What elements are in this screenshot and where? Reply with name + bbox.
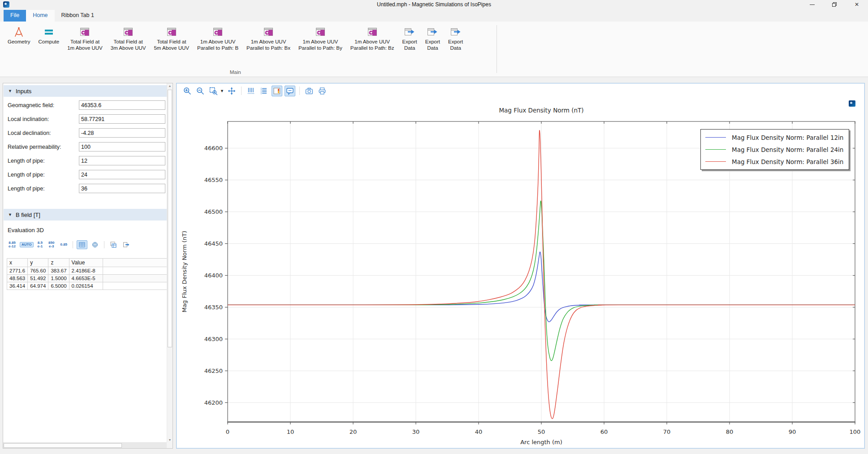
separator (241, 86, 242, 95)
column-header[interactable]: z (48, 259, 69, 267)
precision-auto-button[interactable]: AUTO (20, 242, 34, 247)
scrollbar-thumb[interactable] (4, 443, 122, 448)
y-axis-scale-button[interactable] (259, 86, 269, 96)
plot-canvas[interactable]: 0102030405060708090100462004625046300463… (177, 97, 864, 447)
field-row: Relative permeability: (3, 142, 167, 153)
ribbon-button-1m-above-uuv-parallel-to-path-b-5[interactable]: 1m Above UUV Parallel to Path: B (193, 25, 242, 51)
table-row[interactable]: 36.41464.9746.50000.026154 (7, 282, 168, 290)
export-table-button[interactable] (121, 240, 132, 249)
precision-full-button[interactable]: 8.85 e-12 (7, 240, 17, 249)
legend-toggle-button[interactable] (272, 86, 282, 96)
evaluation-toolbar: 8.85 e-12 AUTO 8.5 e-1 850 e-3 0.85 (7, 239, 132, 250)
export-icon (427, 26, 438, 38)
ribbon-tab-row: File Home Ribbon Tab 1 (0, 9, 868, 22)
print-button[interactable] (317, 86, 328, 96)
scroll-up-icon[interactable]: ▲ (167, 84, 173, 87)
settings-sidebar: ▼ Inputs Geomagnetic field:Local inclina… (3, 83, 173, 449)
tab-file[interactable]: File (4, 10, 26, 22)
ribbon-group-label: Main (4, 69, 467, 75)
chevron-down-icon[interactable]: ▼ (220, 89, 224, 93)
zoom-out-icon (196, 86, 205, 95)
relative-permeability-input-3[interactable] (79, 142, 165, 151)
tooltip-toggle-button[interactable] (285, 86, 295, 96)
bfield-section-header[interactable]: ▼ B field [T] (4, 209, 167, 221)
inputs-section-header[interactable]: ▼ Inputs (4, 85, 167, 97)
copy-to-table-button[interactable] (108, 240, 119, 249)
table-row[interactable]: 2771.6765.60383.672.4186E-8 (7, 267, 168, 275)
ribbon-button-export-data-9[interactable]: Export Data (398, 25, 421, 51)
column-header[interactable]: Value (69, 259, 103, 267)
graphics-window: ▼ (176, 83, 865, 449)
table-cell-empty (103, 275, 168, 282)
scrollbar-thumb[interactable] (168, 90, 172, 347)
field-row: Local inclination: (3, 114, 167, 125)
table-row[interactable]: 48.56351.4921.50004.6653E-5 (7, 275, 168, 282)
tab-home[interactable]: Home (26, 10, 54, 22)
precision-plain-button[interactable]: 0.85 (58, 242, 69, 247)
sphere-view-button[interactable] (90, 240, 100, 249)
image-snapshot-button[interactable] (304, 86, 315, 96)
table-view-button[interactable] (77, 240, 87, 249)
ribbon-group-separator (497, 25, 497, 73)
ribbon-button-1m-above-uuv-parallel-to-path-bx-6[interactable]: 1m Above UUV Parallel to Path: Bx (242, 25, 294, 51)
precision-eng-button[interactable]: 850 e-3 (47, 240, 56, 249)
ribbon-button-total-field-at-5m-above-uuv-4[interactable]: Total Field at 5m Above UUV (150, 25, 193, 51)
table-cell: 48.563 (7, 275, 28, 282)
table-cell: 383.67 (48, 267, 69, 275)
column-header[interactable]: x (7, 259, 28, 267)
close-button[interactable]: ✕ (846, 0, 868, 9)
ribbon-button-export-data-11[interactable]: Export Data (444, 25, 467, 51)
title-bar: Untitled.mph - Magnetic Simulations of I… (0, 0, 868, 9)
local-inclination-input-1[interactable] (79, 114, 165, 124)
separator (104, 241, 104, 248)
local-declination-input-2[interactable] (79, 128, 165, 138)
x-tick-label: 80 (726, 428, 734, 435)
field-label: Local declination: (8, 130, 51, 136)
precision-sci-button[interactable]: 8.5 e-1 (36, 240, 45, 249)
y-tick-label: 46400 (204, 272, 223, 279)
legend-label: Mag Flux Density Norm: Parallel 36in (732, 158, 843, 165)
length-of-pipe-input-5[interactable] (79, 170, 165, 179)
bfield-section-title: B field [T] (16, 212, 40, 218)
y-tick-label: 46500 (204, 208, 223, 215)
zoom-in-button[interactable] (182, 86, 193, 96)
chart-title: Mag Flux Density Norm (nT) (499, 107, 583, 114)
ribbon-button-total-field-at-1m-above-uuv-2[interactable]: Total Field at 1m Above UUV (63, 25, 107, 51)
length-of-pipe-input-4[interactable] (79, 156, 165, 165)
sidebar-vertical-scrollbar[interactable]: ▲ ▼ (167, 83, 173, 442)
zoom-out-button[interactable] (195, 86, 206, 96)
table-cell-empty (103, 282, 168, 290)
export-icon (450, 26, 462, 38)
sidebar-horizontal-scrollbar[interactable] (3, 442, 167, 448)
ribbon-button-compute-1[interactable]: Compute (35, 25, 64, 45)
restore-button[interactable] (823, 0, 846, 9)
plot-icon (122, 26, 134, 38)
scroll-down-icon[interactable]: ▼ (167, 438, 173, 441)
window-buttons: ✕ (801, 0, 868, 9)
column-header[interactable]: y (28, 259, 48, 267)
separator (73, 241, 73, 248)
table-header-row: xyzValue (7, 259, 168, 267)
y-tick-label: 46300 (204, 336, 223, 342)
geomagnetic-field-input-0[interactable] (79, 100, 165, 110)
table-cell-empty (103, 267, 168, 275)
x-axis-scale-button[interactable] (246, 86, 256, 96)
ribbon-button-export-data-10[interactable]: Export Data (421, 25, 444, 51)
length-of-pipe-input-6[interactable] (79, 184, 165, 193)
table-cell: 2.4186E-8 (69, 267, 103, 275)
y-axis-label: Mag Flux Density Norm (nT) (181, 231, 188, 312)
ribbon-button-1m-above-uuv-parallel-to-path-by-7[interactable]: 1m Above UUV Parallel to Path: By (294, 25, 346, 51)
close-icon: ✕ (855, 2, 859, 7)
minimize-button[interactable] (801, 0, 823, 9)
ribbon-button-geometry-0[interactable]: Geometry (4, 25, 35, 45)
field-label: Length of pipe: (8, 186, 45, 192)
tab-ribbon-tab-1[interactable]: Ribbon Tab 1 (55, 10, 101, 22)
ribbon-button-total-field-at-3m-above-uuv-3[interactable]: Total Field at 3m Above UUV (107, 25, 150, 51)
zoom-box-button[interactable] (208, 86, 219, 96)
field-label: Local inclination: (8, 116, 49, 122)
copy-to-table-icon (110, 241, 117, 248)
table-cell: 765.60 (28, 267, 48, 275)
zoom-extents-button[interactable] (226, 86, 237, 96)
restore-icon (832, 2, 837, 7)
ribbon-button-1m-above-uuv-parallel-to-path-bz-8[interactable]: 1m Above UUV Parallel to Path: Bz (346, 25, 398, 51)
